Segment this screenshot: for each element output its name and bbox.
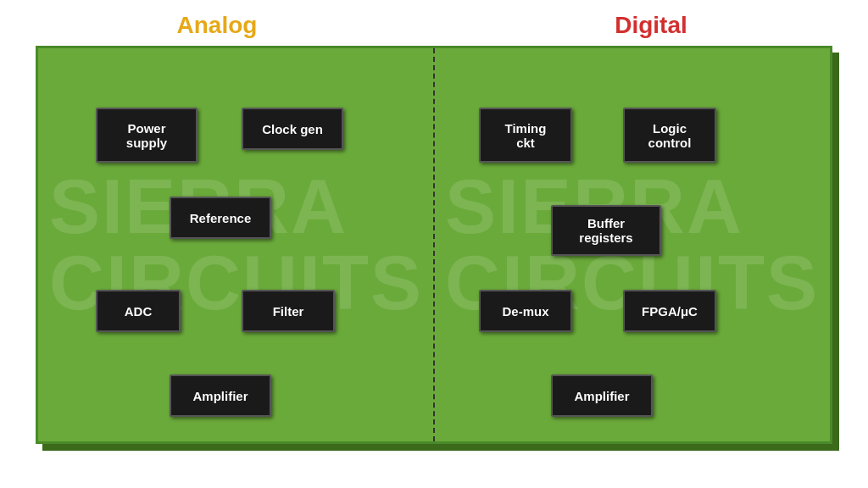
- demux-box: De-mux: [479, 290, 572, 332]
- logic-control-box: Logiccontrol: [623, 108, 716, 163]
- amplifier-right-box: Amplifier: [551, 374, 653, 417]
- amplifier-left-box: Amplifier: [170, 374, 271, 417]
- reference-box: Reference: [170, 197, 271, 239]
- buffer-registers-box: Bufferregisters: [551, 205, 661, 256]
- analog-heading: Analog: [0, 12, 434, 39]
- filter-box: Filter: [242, 290, 335, 332]
- fpga-box: FPGA/μC: [623, 290, 716, 332]
- adc-box: ADC: [96, 290, 181, 332]
- main-diagram: SIERRACIRCUITS SIERRACIRCUITS Powersuppl…: [36, 46, 832, 444]
- timing-ckt-box: Timingckt: [479, 108, 572, 163]
- clock-gen-box: Clock gen: [242, 108, 343, 150]
- power-supply-box: Powersupply: [96, 108, 198, 163]
- page-header: Analog Digital: [0, 0, 868, 46]
- analog-digital-divider: [433, 48, 435, 441]
- digital-heading: Digital: [434, 12, 868, 39]
